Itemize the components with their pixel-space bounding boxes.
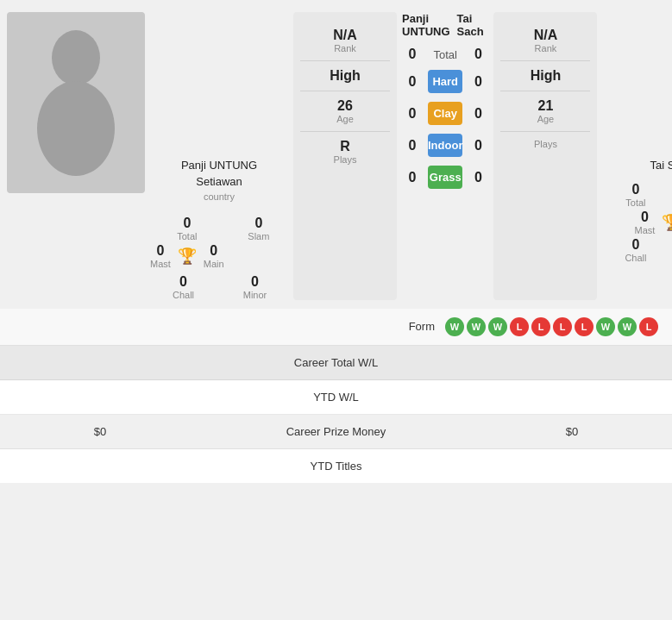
left-mast-trophy-row: 0 Mast 🏆 0 Main (150, 243, 224, 269)
left-rank-label: Rank (300, 43, 390, 53)
indoor-row: 0 Indoor 0 (402, 134, 488, 157)
right-chall-stat: 0 Chall (602, 237, 669, 263)
indoor-right-score: 0 (468, 138, 488, 153)
form-badge-1: W (467, 317, 486, 336)
left-mast-value: 0 (150, 243, 171, 259)
total-left-score: 0 (402, 47, 423, 62)
ytd-wl-label: YTD W/L (229, 391, 443, 404)
left-minor-label: Minor (222, 290, 288, 300)
left-player-silhouette (24, 25, 128, 180)
indoor-button[interactable]: Indoor (428, 134, 462, 157)
right-mast-value: 0 (635, 210, 656, 225)
left-main-label: Main (204, 259, 224, 269)
prize-money-row: $0 Career Prize Money $0 (0, 415, 672, 449)
right-total-label: Total (602, 197, 669, 208)
grass-row: 0 Grass 0 (402, 166, 488, 189)
left-high-value: High (300, 68, 390, 84)
clay-left-score: 0 (402, 106, 423, 122)
main-container: Panji UNTUNG Setiawan country 0 Total 0 … (0, 0, 672, 483)
right-prize-value: $0 (486, 425, 658, 438)
right-high-value: High (500, 68, 590, 84)
left-player-country: country (150, 191, 288, 202)
left-total-label: Total (150, 231, 224, 241)
left-chall-stat: 0 Chall (150, 274, 217, 300)
form-badge-3: L (510, 317, 529, 336)
form-badge-5: L (553, 317, 572, 336)
left-player-photo (7, 12, 145, 193)
right-plays-label: Plays (500, 139, 590, 149)
left-slam-value: 0 (229, 216, 288, 231)
indoor-left-score: 0 (402, 138, 423, 153)
prize-label: Career Prize Money (186, 425, 486, 438)
left-chall-value: 0 (150, 274, 217, 290)
right-plays-row: Plays (500, 132, 590, 156)
left-player-name: Panji UNTUNG (150, 159, 288, 173)
form-badge-6: L (575, 317, 593, 336)
left-age-label: Age (300, 114, 390, 124)
right-rank-label: Rank (500, 43, 590, 53)
hard-row: 0 Hard 0 (402, 70, 488, 93)
left-slam-label: Slam (229, 231, 288, 241)
form-label: Form (409, 320, 435, 333)
right-high-row: High (500, 61, 590, 91)
left-age-row: 26 Age (300, 91, 390, 132)
total-right-score: 0 (468, 47, 488, 62)
hard-button[interactable]: Hard (428, 70, 462, 93)
right-total-value: 0 (602, 182, 669, 197)
ytd-wl-row: YTD W/L (0, 380, 672, 415)
left-minor-stat: 0 Minor (222, 274, 288, 300)
right-mast-label: Mast (635, 225, 656, 235)
total-label: Total (428, 48, 462, 61)
right-age-row: 21 Age (500, 91, 590, 132)
left-mast-label: Mast (150, 259, 171, 269)
left-age-value: 26 (300, 98, 390, 114)
svg-point-0 (52, 30, 100, 85)
right-rank-row: N/A Rank (500, 21, 590, 61)
form-badge-8: W (618, 317, 637, 336)
center-right-name: Tai Sach (457, 12, 489, 38)
hard-left-score: 0 (402, 74, 423, 90)
left-plays-value: R (300, 139, 390, 154)
clay-row: 0 Clay 0 (402, 102, 488, 125)
left-minor-value: 0 (222, 274, 288, 290)
hard-right-score: 0 (468, 74, 488, 90)
player-comparison: Panji UNTUNG Setiawan country 0 Total 0 … (0, 0, 672, 309)
center-left-name: Panji UNTUNG (402, 12, 457, 38)
right-stats-card: N/A Rank High 21 Age Plays (493, 12, 597, 300)
center-column: Panji UNTUNG Tai Sach 0 Total 0 0 Hard 0… (402, 12, 488, 300)
left-rank-row: N/A Rank (300, 21, 390, 61)
left-high-row: High (300, 61, 390, 91)
grass-button[interactable]: Grass (428, 166, 462, 189)
clay-button[interactable]: Clay (428, 102, 462, 125)
right-player-info: Tai Sach 0 Total 0 Slam 0 Mast (602, 12, 672, 300)
grass-right-score: 0 (468, 170, 488, 185)
career-wl-row: Career Total W/L (0, 346, 672, 380)
bottom-section: Form WWWLLLLWWL Career Total W/L YTD W/L… (0, 309, 672, 483)
right-rank-value: N/A (500, 28, 590, 43)
left-plays-row: R Plays (300, 132, 390, 172)
left-rank-value: N/A (300, 28, 390, 43)
right-chall-label: Chall (602, 253, 669, 263)
left-player-name2: Setiawan (150, 175, 288, 190)
form-badge-9: L (639, 317, 658, 336)
left-total-stat: 0 Total (150, 216, 224, 241)
left-stats-card: N/A Rank High 26 Age R Plays (293, 12, 397, 300)
right-age-value: 21 (500, 98, 590, 114)
svg-point-1 (37, 81, 115, 176)
form-badges: WWWLLLLWWL (445, 317, 658, 336)
right-age-label: Age (500, 114, 590, 124)
left-prize-value: $0 (14, 425, 186, 438)
left-chall-label: Chall (150, 290, 217, 300)
right-chall-value: 0 (602, 237, 669, 253)
grass-left-score: 0 (402, 170, 423, 185)
right-player-name: Tai Sach (602, 159, 672, 172)
clay-right-score: 0 (468, 106, 488, 122)
right-trophy-icon: 🏆 (662, 213, 672, 232)
trophy-icon: 🏆 (178, 247, 197, 266)
career-wl-label: Career Total W/L (229, 356, 443, 369)
form-badge-0: W (445, 317, 464, 336)
ytd-titles-row: YTD Titles (0, 449, 672, 483)
total-row: 0 Total 0 (402, 47, 488, 62)
form-badge-7: W (596, 317, 615, 336)
form-badge-2: W (488, 317, 507, 336)
